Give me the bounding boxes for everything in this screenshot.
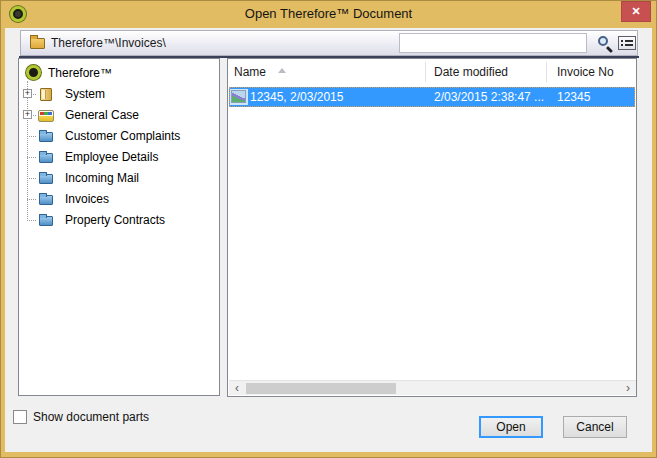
column-header-invoice-no[interactable]: Invoice No <box>557 59 614 85</box>
search-icon-handle <box>606 46 613 53</box>
tree-item-label: Property Contracts <box>65 210 165 230</box>
category-tree-pane[interactable]: Therefore™ + System + General Case Custo… <box>18 58 220 396</box>
show-document-parts-label[interactable]: Show document parts <box>33 410 149 424</box>
blue-folder-icon <box>39 174 53 184</box>
tree-item-incoming-mail[interactable]: Incoming Mail <box>19 168 219 188</box>
toolbar: Therefore™\Invoices\ <box>20 30 638 56</box>
tree-item-customer-complaints[interactable]: Customer Complaints <box>19 126 219 146</box>
tree-item-employee-details[interactable]: Employee Details <box>19 147 219 167</box>
cell-invoice-no: 12345 <box>557 87 633 107</box>
show-document-parts-checkbox[interactable] <box>13 410 27 424</box>
address-path[interactable]: Therefore™\Invoices\ <box>51 31 166 55</box>
therefore-logo-icon <box>26 65 41 80</box>
window-title: Open Therefore™ Document <box>0 0 657 28</box>
tree-item-invoices[interactable]: Invoices <box>19 189 219 209</box>
open-button[interactable]: Open <box>479 416 543 438</box>
scroll-left-icon[interactable]: ‹ <box>230 381 244 395</box>
tree-item-property-contracts[interactable]: Property Contracts <box>19 210 219 230</box>
blue-folder-icon <box>39 216 53 226</box>
tree-item-therefore-root[interactable]: Therefore™ <box>19 63 219 83</box>
tree-item-label: Incoming Mail <box>65 168 139 188</box>
scrollbar-thumb[interactable] <box>246 383 396 394</box>
open-therefore-document-dialog: Open Therefore™ Document ✕ Therefore™\In… <box>0 0 657 458</box>
close-icon: ✕ <box>631 5 640 17</box>
tree-item-label: Therefore™ <box>48 63 112 83</box>
search-input[interactable] <box>399 33 587 53</box>
case-icon <box>38 110 54 122</box>
list-header: Name Date modified Invoice No <box>228 59 636 85</box>
blue-folder-icon <box>39 153 53 163</box>
tree-item-system[interactable]: + System <box>19 84 219 104</box>
column-header-name[interactable]: Name <box>234 59 266 85</box>
horizontal-scrollbar[interactable]: ‹ › <box>229 380 636 395</box>
tree-item-label: Employee Details <box>65 147 158 167</box>
column-separator[interactable] <box>425 62 426 82</box>
tree-item-label: General Case <box>65 105 139 125</box>
folder-icon <box>30 38 45 49</box>
view-options-button[interactable] <box>618 36 636 50</box>
close-button[interactable]: ✕ <box>621 1 651 22</box>
tree-item-label: System <box>65 84 105 104</box>
expand-plus-icon[interactable]: + <box>23 110 32 119</box>
column-header-date-modified[interactable]: Date modified <box>434 59 508 85</box>
search-icon <box>598 36 608 46</box>
document-row-selected[interactable]: 12345, 2/03/2015 2/03/2015 2:38:47 ... 1… <box>229 87 635 107</box>
column-separator[interactable] <box>546 62 547 82</box>
tree-item-general-case[interactable]: + General Case <box>19 105 219 125</box>
cell-name: 12345, 2/03/2015 <box>250 87 424 107</box>
blue-folder-icon <box>39 195 53 205</box>
cell-date-modified: 2/03/2015 2:38:47 ... <box>434 87 552 107</box>
scroll-right-icon[interactable]: › <box>621 381 635 395</box>
tree-item-label: Invoices <box>65 189 109 209</box>
document-thumbnail-icon <box>231 90 246 103</box>
search-button[interactable] <box>596 34 616 53</box>
expand-plus-icon[interactable]: + <box>23 89 32 98</box>
cancel-button[interactable]: Cancel <box>563 416 627 438</box>
title-bar[interactable]: Open Therefore™ Document ✕ <box>0 0 657 28</box>
yellow-folder-icon <box>40 88 52 101</box>
blue-folder-icon <box>39 132 53 142</box>
document-list-pane[interactable]: Name Date modified Invoice No 12345, 2/0… <box>227 58 637 397</box>
tree-item-label: Customer Complaints <box>65 126 180 146</box>
sort-ascending-icon <box>278 68 286 73</box>
